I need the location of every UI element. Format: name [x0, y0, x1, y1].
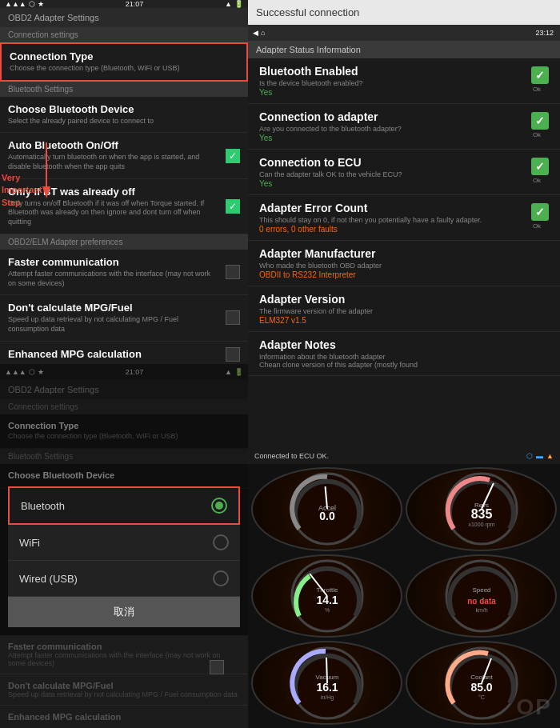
dialog-usb-item[interactable]: Wired (USB): [8, 561, 240, 597]
faster-comm-desc: Attempt faster communications with the i…: [8, 270, 218, 288]
adapter-conn-question: Are you connected to the bluetooth adapt…: [259, 125, 525, 133]
no-mpg-item[interactable]: Don't calculate MPG/Fuel Speed up data r…: [0, 295, 248, 341]
adapter-ecu-check: ✓ Ok: [525, 156, 549, 184]
gauge-status-bar: Connected to ECU OK. ⬡ ▬ ▲: [248, 448, 560, 464]
bottom-faster-comm: Faster communication Attempt faster comm…: [0, 635, 248, 674]
gauge-accel: Accel 0.0: [251, 467, 402, 551]
no-mpg-title: Don't calculate MPG/Fuel: [8, 302, 218, 314]
dialog-bluetooth-item[interactable]: Bluetooth: [8, 486, 240, 525]
gauge-bt-icon: ⬡: [526, 452, 533, 460]
adapter-bt-content: Bluetooth Enabled Is the device bluetoot…: [259, 65, 525, 97]
conn-check-icon: ✓: [531, 112, 549, 130]
conn-ok-label: Ok: [525, 131, 549, 138]
adapter-ecu-value: Yes: [259, 179, 525, 188]
svg-text:%: %: [324, 607, 329, 613]
adapter-signal-icon: ◀: [253, 29, 258, 37]
bluetooth-section-header: Bluetooth Settings: [0, 82, 248, 97]
adapter-bt-question: Is the device bluetooth enabled?: [259, 79, 525, 87]
auto-bluetooth-title: Auto Bluetooth On/Off: [8, 139, 218, 151]
no-mpg-desc: Speed up data retrieval by not calculati…: [8, 315, 218, 334]
dialog-cancel-button[interactable]: 取消: [8, 597, 240, 627]
adapter-notes-question: Information about the bluetooth adapter: [259, 353, 549, 361]
faster-comm-checkbox[interactable]: [226, 265, 240, 279]
svg-text:835: 835: [470, 507, 492, 521]
connection-type-item[interactable]: Connection Type Choose the connection ty…: [0, 42, 248, 82]
bottom-faster-comm-title: Faster communication: [8, 642, 240, 651]
no-mpg-checkbox[interactable]: [226, 310, 240, 325]
annotation-text: VeryImportantStep: [2, 172, 42, 209]
choose-bluetooth-desc: Select the already paired device to conn…: [8, 117, 240, 126]
ecu-ok-label: Ok: [525, 177, 549, 184]
gauge-vacuum-svg: Vacuum 16.1 in/Hg: [287, 643, 367, 723]
faster-comm-item[interactable]: Faster communication Attempt faster comm…: [0, 250, 248, 295]
faster-comm-title: Faster communication: [8, 256, 218, 268]
gauge-speed-svg: Speed no data km/h: [442, 556, 522, 636]
dialog-overlay: Bluetooth WiFi Wired (USB) 取消: [0, 364, 248, 728]
bottom-no-mpg-title: Don't calculate MPG/Fuel: [8, 681, 240, 690]
svg-text:Coolant: Coolant: [470, 674, 493, 681]
gauge-usb-icon: ▬: [536, 452, 543, 460]
auto-bluetooth-checkbox[interactable]: ✓: [226, 149, 240, 163]
bluetooth-radio[interactable]: [211, 498, 227, 514]
usb-radio[interactable]: [213, 570, 229, 586]
star-icon: ★: [38, 0, 44, 8]
svg-text:km/h: km/h: [475, 607, 487, 613]
adapter-ecu-content: Connection to ECU Can the adapter talk O…: [259, 156, 525, 188]
svg-text:Speed: Speed: [472, 586, 490, 594]
adapter-status-time: 23:12: [535, 29, 554, 37]
gauge-vacuum: Vacuum 16.1 in/Hg: [251, 641, 402, 725]
svg-text:x1000 rpm: x1000 rpm: [468, 522, 494, 528]
adapter-error-count: Adapter Error Count This should stay on …: [248, 195, 560, 241]
gauge-throttle: Throttle 14.1 %: [251, 554, 402, 638]
adapter-home-icon: ⌂: [261, 29, 265, 37]
wifi-icon: ▲: [225, 0, 232, 8]
bottom-no-mpg-desc: Speed up data retrieval by not calculati…: [8, 690, 240, 698]
bottom-no-mpg: Don't calculate MPG/Fuel Speed up data r…: [0, 674, 248, 706]
dialog-usb-label: Wired (USB): [19, 573, 78, 585]
enhanced-mpg-title: Enhanced MPG calculation: [8, 348, 218, 360]
adapter-notes-content: Adapter Notes Information about the blue…: [259, 338, 549, 369]
only-bt-checkbox[interactable]: ✓: [226, 199, 240, 214]
adapter-notes: Adapter Notes Information about the blue…: [248, 332, 560, 376]
adapter-status-bar: ◀ ⌂ 23:12: [248, 25, 560, 41]
gauge-panel: Connected to ECU OK. ⬡ ▬ ▲ Accel 0.0: [248, 448, 560, 728]
adapter-notes-value: Chean clone version of this adapter (mos…: [259, 361, 549, 369]
dialog-wifi-item[interactable]: WiFi: [8, 525, 240, 561]
gauge-wifi-icon: ▲: [546, 452, 554, 460]
ecu-check-icon: ✓: [531, 158, 549, 175]
adapter-mfr-content: Adapter Manufacturer Who made the blueto…: [259, 247, 549, 279]
bt-ok-label: Ok: [525, 86, 549, 93]
gauge-accel-svg: Accel 0.0: [287, 469, 367, 549]
svg-text:in/Hg: in/Hg: [320, 694, 333, 701]
wifi-radio[interactable]: [213, 534, 229, 550]
enhanced-mpg-item[interactable]: Enhanced MPG calculation: [0, 342, 248, 364]
adapter-conn-ecu: Connection to ECU Can the adapter talk O…: [248, 150, 560, 195]
enhanced-mpg-checkbox[interactable]: [226, 347, 240, 362]
adapter-bt-title: Bluetooth Enabled: [259, 65, 525, 78]
adapter-error-title: Adapter Error Count: [259, 202, 525, 214]
success-label: Successful connection: [248, 0, 560, 25]
choose-bluetooth-item[interactable]: Choose Bluetooth Device Select the alrea…: [0, 97, 248, 134]
adapter-error-value: 0 errors, 0 other faults: [259, 225, 525, 234]
svg-text:0.0: 0.0: [319, 510, 335, 522]
watermark: OP: [517, 694, 552, 720]
connection-section-header: Connection settings: [0, 27, 248, 42]
svg-text:°C: °C: [478, 694, 485, 700]
adapter-title: Adapter Status Information: [256, 45, 361, 54]
bluetooth-icon: ⬡: [29, 0, 35, 8]
left-panel: ▲▲▲ ⬡ ★ 21:07 ▲ 🔋 OBD2 Adapter Settings …: [0, 0, 248, 728]
svg-point-17: [446, 561, 517, 631]
bottom-faster-comm-desc: Attempt faster communications with the i…: [8, 651, 240, 667]
app-title: OBD2 Adapter Settings: [8, 13, 99, 22]
auto-bluetooth-desc: Automatically turn bluetooth on when the…: [8, 153, 218, 171]
adapter-ver-question: The firmware version of the adapter: [259, 307, 549, 315]
battery-icon: 🔋: [234, 0, 243, 8]
adapter-bt-value: Yes: [259, 88, 525, 97]
adapter-status-panel: ◀ ⌂ 23:12 Adapter Status Information Blu…: [248, 25, 560, 448]
svg-text:no data: no data: [467, 597, 496, 606]
bottom-enhanced-mpg-title: Enhanced MPG calculation: [8, 712, 240, 722]
status-time: 21:07: [126, 0, 144, 8]
dialog-wifi-label: WiFi: [19, 537, 40, 549]
dialog-bluetooth-label: Bluetooth: [21, 500, 65, 512]
adapter-mfr-question: Who made the bluetooth OBD adapter: [259, 262, 549, 270]
